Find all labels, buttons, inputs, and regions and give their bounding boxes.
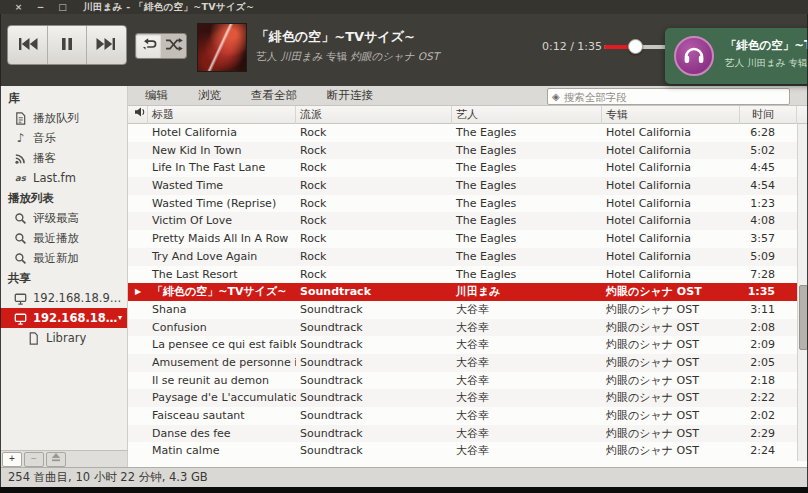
sidebar-item-share-library[interactable]: Library [0, 328, 127, 348]
table-row[interactable]: Life In The Fast LaneRockThe EaglesHotel… [128, 159, 797, 177]
cell-time: 2:08 [740, 319, 797, 337]
table-row[interactable]: Amusement de personne i...Soundtrack大谷幸灼… [128, 354, 797, 372]
repeat-button[interactable] [136, 34, 161, 58]
cell-title: Amusement de personne i... [148, 354, 296, 372]
cell-artist: 大谷幸 [452, 372, 602, 390]
table-row[interactable]: Matin calmeSoundtrack大谷幸灼眼のシャナ OST2:24 [128, 442, 797, 460]
table-row[interactable]: Il se reunit au demonSoundtrack大谷幸灼眼のシャナ… [128, 372, 797, 390]
library-stats: 254 首曲目, 10 小时 22 分钟, 4.3 GB [8, 470, 208, 485]
cell-artist: 大谷幸 [452, 354, 602, 372]
cell-time: 4:54 [740, 177, 797, 195]
cell-album: Hotel California [602, 248, 740, 266]
table-row[interactable]: Faisceau sautantSoundtrack大谷幸灼眼のシャナ OST2… [128, 407, 797, 425]
chevron-down-icon[interactable]: ▾ [118, 308, 122, 328]
table-row[interactable]: Wasted Time (Reprise)RockThe EaglesHotel… [128, 195, 797, 213]
maximize-button[interactable]: □ [56, 0, 69, 14]
cell-time: 2:05 [740, 354, 797, 372]
cell-time: 3:57 [740, 230, 797, 248]
pause-button[interactable] [48, 26, 88, 64]
table-row[interactable]: Hotel CaliforniaRockThe EaglesHotel Cali… [128, 124, 797, 142]
remove-source-button[interactable]: − [24, 452, 44, 467]
artist-name: 川田まみ [280, 50, 323, 62]
shuffle-icon [165, 38, 183, 54]
cell-title: Matin calme [148, 442, 296, 460]
column-header-genre[interactable]: 流派 [296, 106, 452, 124]
menu-browse[interactable]: 浏览 [198, 88, 221, 103]
eject-button[interactable] [46, 452, 66, 467]
table-row[interactable]: Wasted TimeRockThe EaglesHotel Californi… [128, 177, 797, 195]
table-row[interactable]: ShanaSoundtrack大谷幸灼眼のシャナ OST3:11 [128, 301, 797, 319]
sidebar-footer: + − [0, 450, 128, 467]
sidebar-item-lastfm[interactable]: asLast.fm [0, 168, 127, 188]
row-indicator-cell [128, 159, 148, 177]
statusbar: 254 首曲目, 10 小时 22 分钟, 4.3 GB [0, 467, 808, 487]
sidebar-item-recently-added[interactable]: 最近新加 [0, 248, 127, 268]
row-indicator-cell [128, 230, 148, 248]
menu-view-all[interactable]: 查看全部 [251, 88, 297, 103]
playing-column-header[interactable] [128, 106, 148, 124]
row-indicator-cell [128, 407, 148, 425]
window-title: 川田まみ - 「緋色の空」~TVサイズ~ [83, 1, 254, 14]
sidebar-item-label: Last.fm [33, 168, 76, 188]
repeat-icon [141, 38, 157, 54]
music-icon: ♪ [13, 131, 28, 145]
row-indicator-cell [128, 266, 148, 284]
cell-title: Wasted Time (Reprise) [148, 195, 296, 213]
close-button[interactable]: × [12, 0, 25, 14]
next-button[interactable] [87, 26, 126, 64]
cell-artist: 大谷幸 [452, 442, 602, 460]
search-icon: ◈ [552, 91, 560, 102]
window-left-edge [0, 14, 1, 487]
search-box[interactable]: ◈ [547, 88, 790, 105]
sidebar-item-recently-played[interactable]: 最近播放 [0, 228, 127, 248]
cell-time: 7:28 [740, 266, 797, 284]
shuffle-button[interactable] [161, 34, 186, 58]
search-input[interactable] [564, 91, 785, 103]
cell-genre: Rock [296, 159, 452, 177]
cell-time: 2:02 [740, 407, 797, 425]
album-label: 专辑 [326, 50, 347, 62]
pause-icon [61, 37, 73, 54]
sidebar-item-share-192-168-18-97[interactable]: 192.168.18.97:... [0, 288, 127, 308]
table-row[interactable]: The Last ResortRockThe EaglesHotel Calif… [128, 266, 797, 284]
cell-album: Hotel California [602, 212, 740, 230]
cell-time: 2:22 [740, 389, 797, 407]
table-row[interactable]: New Kid In TownRockThe EaglesHotel Calif… [128, 142, 797, 160]
cell-time: 2:24 [740, 442, 797, 460]
sidebar-item-label: 最近播放 [33, 228, 79, 248]
menu-disconnect[interactable]: 断开连接 [327, 88, 373, 103]
cell-time: 2:09 [740, 336, 797, 354]
table-row[interactable]: Paysage d'e L'accumulatio...Soundtrack大谷… [128, 389, 797, 407]
sidebar-item-music[interactable]: ♪音乐 [0, 128, 127, 148]
sidebar-item-play-queue[interactable]: 播放队列 [0, 108, 127, 128]
table-row[interactable]: La pensee ce qui est faibleSoundtrack大谷幸… [128, 336, 797, 354]
cell-genre: Rock [296, 142, 452, 160]
cell-artist: The Eagles [452, 177, 602, 195]
column-header-time[interactable]: 时间 [740, 106, 797, 124]
table-row[interactable]: Pretty Maids All In A RowRockThe EaglesH… [128, 230, 797, 248]
table-row[interactable]: Try And Love AgainRockThe EaglesHotel Ca… [128, 248, 797, 266]
sidebar-item-share-192-168-18-9[interactable]: 192.168.18.9...▾ [0, 308, 127, 328]
table-row[interactable]: Danse des feeSoundtrack大谷幸灼眼のシャナ OST2:29 [128, 425, 797, 443]
sidebar-item-podcasts[interactable]: 播客 [0, 148, 127, 168]
network-icon [13, 311, 28, 325]
table-row[interactable]: ▶「緋色の空」~TVサイズ~Soundtrack川田まみ灼眼のシャナ OST1:… [128, 283, 797, 301]
cell-genre: Soundtrack [296, 372, 452, 390]
sidebar-item-label: 192.168.18.9... [33, 308, 118, 328]
cell-time: 5:02 [740, 142, 797, 160]
minimize-button[interactable]: − [34, 0, 47, 14]
notification-subtitle: 艺人 川田まみ 专辑 [725, 57, 808, 70]
sidebar-item-top-rated[interactable]: 评级最高 [0, 208, 127, 228]
cell-album: Hotel California [602, 177, 740, 195]
column-header-album[interactable]: 专辑 [602, 106, 740, 124]
table-row[interactable]: ConfusionSoundtrack大谷幸灼眼のシャナ OST2:08 [128, 319, 797, 337]
menu-edit[interactable]: 编辑 [145, 88, 168, 103]
cell-genre: Rock [296, 248, 452, 266]
previous-button[interactable] [8, 26, 48, 64]
column-header-title[interactable]: 标题 [148, 106, 296, 124]
add-source-button[interactable]: + [2, 452, 22, 467]
table-row[interactable]: Victim Of LoveRockThe EaglesHotel Califo… [128, 212, 797, 230]
column-header-artist[interactable]: 艺人 [452, 106, 602, 124]
cell-title: Try And Love Again [148, 248, 296, 266]
seek-handle[interactable] [628, 39, 643, 54]
